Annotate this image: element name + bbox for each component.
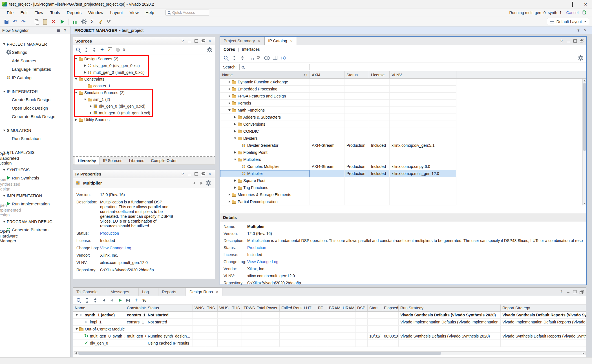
runs-row[interactable]: mult_gen_0_synth_1 mult_gen_0 Running sy… xyxy=(73,333,586,340)
source-tree-item[interactable]: Simulation Sources (2) xyxy=(73,89,215,96)
sources-tab[interactable]: Libraries xyxy=(126,157,148,165)
runs-column-header[interactable]: LUT xyxy=(302,305,316,311)
help-icon[interactable] xyxy=(558,289,564,295)
sources-tab[interactable]: Compile Order xyxy=(148,157,180,165)
paste-button[interactable] xyxy=(41,18,49,25)
runs-column-header[interactable]: Name xyxy=(73,305,125,311)
catalog-row[interactable]: Embedded Processing xyxy=(220,86,456,93)
edit-file-icon[interactable] xyxy=(106,46,114,54)
menu-item[interactable]: Edit xyxy=(17,9,30,16)
flow-nav-item[interactable]: Run Simulation xyxy=(0,134,70,143)
flow-nav-item[interactable]: Open Synthesized Design xyxy=(0,182,6,186)
step-back-icon[interactable] xyxy=(108,297,115,304)
cancel-link[interactable]: Cancel xyxy=(566,10,578,15)
report-button[interactable] xyxy=(72,18,79,25)
flow-nav-item[interactable]: Open Elaborated Design xyxy=(0,156,6,160)
tree-chevron-icon[interactable] xyxy=(83,97,87,101)
add-icon[interactable] xyxy=(132,297,140,304)
column-header-license[interactable]: License xyxy=(369,71,390,78)
catalog-row[interactable]: Kernels xyxy=(220,100,456,107)
settings-gear-button[interactable] xyxy=(80,18,87,25)
catalog-row[interactable]: Math Functions xyxy=(220,107,456,114)
maximize-icon[interactable] xyxy=(572,38,578,44)
tree-chevron-icon[interactable] xyxy=(227,101,231,105)
runs-column-header[interactable]: Elapsed xyxy=(382,305,399,311)
menu-icon[interactable] xyxy=(56,28,61,33)
layout-selector[interactable]: Default Layout xyxy=(547,18,589,25)
source-tree-item[interactable]: div_gen_0 (div_gen_0.xci) xyxy=(73,103,215,110)
source-tree-item[interactable]: div_gen_0 (div_gen_0.xci) xyxy=(73,62,215,69)
runs-column-header[interactable]: THS xyxy=(230,305,242,311)
catalog-row[interactable]: Floating Point xyxy=(220,149,456,156)
search-icon[interactable] xyxy=(222,54,230,62)
tree-chevron-icon[interactable] xyxy=(89,104,93,108)
collapse-all-icon[interactable] xyxy=(83,46,90,54)
runs-column-header[interactable]: DSP xyxy=(355,305,368,311)
runs-column-header[interactable]: Start xyxy=(368,305,382,311)
flow-nav-item[interactable]: Settings xyxy=(0,48,70,56)
scroll-up-icon[interactable] xyxy=(583,79,586,83)
layout-grid-icon[interactable] xyxy=(271,54,279,62)
search-icon[interactable] xyxy=(75,297,83,304)
settings-gear-icon[interactable] xyxy=(206,46,213,54)
flow-nav-item[interactable]: Language Templates xyxy=(0,65,70,73)
menu-item[interactable]: View xyxy=(127,9,142,16)
flow-nav-item[interactable]: PROJECT MANAGER xyxy=(0,41,70,48)
maximize-icon[interactable] xyxy=(193,171,199,177)
catalog-row[interactable]: Adders & Subtracters xyxy=(220,114,456,121)
tree-chevron-icon[interactable] xyxy=(237,165,241,168)
flow-nav-item[interactable]: Generate Block Design xyxy=(0,112,70,121)
copy-button[interactable] xyxy=(33,18,40,25)
save-button[interactable] xyxy=(3,18,10,25)
add-sources-icon[interactable] xyxy=(98,46,106,54)
column-header-status[interactable]: Status xyxy=(344,71,369,78)
flow-nav-item[interactable]: Create Block Design xyxy=(0,95,70,104)
help-icon[interactable] xyxy=(62,28,68,33)
workspace-tab[interactable]: Project Summary xyxy=(220,37,264,45)
runs-column-header[interactable]: TNS xyxy=(205,305,218,311)
source-tree-item[interactable]: Design Sources (2) xyxy=(73,56,215,62)
source-tree-item[interactable]: mult_gen_0 (mult_gen_0.xci) xyxy=(73,69,215,76)
float-icon[interactable] xyxy=(579,38,585,44)
runs-horizontal-scrollbar[interactable] xyxy=(74,351,586,355)
subtab-interfaces[interactable]: Interfaces xyxy=(242,47,260,52)
tree-chevron-icon[interactable] xyxy=(237,172,241,176)
tree-chevron-icon[interactable] xyxy=(80,334,84,338)
tree-chevron-icon[interactable] xyxy=(233,136,237,140)
catalog-row[interactable]: CORDIC xyxy=(220,128,456,135)
tree-chevron-icon[interactable] xyxy=(233,115,237,119)
runs-row[interactable]: Out-of-Context Module Runs xyxy=(73,326,586,333)
minimize-icon[interactable] xyxy=(187,38,192,44)
maximize-icon[interactable] xyxy=(572,289,578,295)
catalog-row[interactable]: Dividers xyxy=(220,135,456,142)
step-forward-icon[interactable] xyxy=(124,297,132,304)
menu-item[interactable]: Flow xyxy=(32,9,46,16)
flow-nav-item[interactable]: IP Catalog xyxy=(0,73,70,82)
runs-tab[interactable]: Messages xyxy=(107,288,139,296)
edit-button[interactable] xyxy=(97,18,104,25)
percent-icon[interactable] xyxy=(141,297,148,304)
menu-item[interactable]: Layout xyxy=(107,9,126,16)
float-icon[interactable] xyxy=(200,38,206,44)
help-icon[interactable] xyxy=(180,171,185,177)
tree-chevron-icon[interactable] xyxy=(227,193,231,197)
minimize-icon[interactable] xyxy=(565,289,571,295)
undo-button[interactable] xyxy=(11,18,19,25)
catalog-vertical-scrollbar[interactable] xyxy=(582,79,586,205)
hierarchy-icon[interactable] xyxy=(247,54,254,62)
runs-column-header[interactable]: TPWS xyxy=(242,305,255,311)
runs-column-header[interactable]: Constraints xyxy=(125,305,146,311)
runs-row[interactable]: div_gen_0 Using cached IP results xyxy=(73,340,586,347)
close-icon[interactable] xyxy=(582,28,588,33)
tree-chevron-icon[interactable] xyxy=(233,150,237,154)
settings-gear-icon[interactable] xyxy=(577,54,584,62)
flow-nav-item[interactable]: PROGRAM AND DEBUG xyxy=(0,218,70,225)
debug-probe-button[interactable] xyxy=(105,18,113,25)
runs-tab[interactable]: Reports xyxy=(158,288,186,296)
menu-item[interactable]: Reports xyxy=(64,9,85,16)
minimize-icon[interactable] xyxy=(566,38,571,44)
flow-nav-item[interactable]: SYNTHESIS xyxy=(0,166,70,174)
tree-chevron-icon[interactable] xyxy=(83,64,87,68)
catalog-row[interactable]: Complex Multiplier AXI4-Stream Productio… xyxy=(220,163,456,170)
close-icon[interactable] xyxy=(207,38,213,44)
